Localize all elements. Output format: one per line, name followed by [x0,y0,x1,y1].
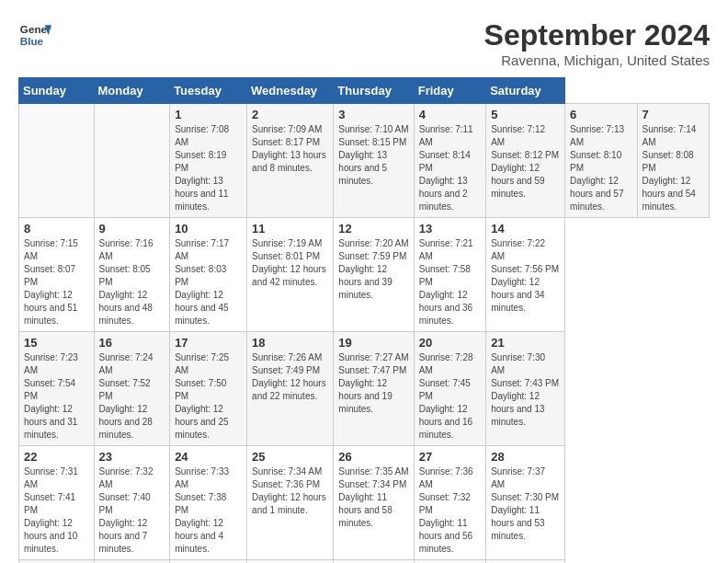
month-title: September 2024 [484,18,710,52]
calendar-cell: 25Sunrise: 7:34 AMSunset: 7:36 PMDayligh… [247,446,334,560]
day-info: Sunrise: 7:37 AMSunset: 7:30 PMDaylight:… [491,465,560,543]
day-number: 8 [24,222,89,236]
day-info: Sunrise: 7:16 AMSunset: 8:05 PMDaylight:… [99,237,165,327]
day-info: Sunrise: 7:14 AMSunset: 8:08 PMDaylight:… [643,123,705,213]
calendar-cell [414,560,485,564]
calendar-cell: 15Sunrise: 7:23 AMSunset: 7:54 PMDayligh… [19,332,95,446]
day-info: Sunrise: 7:35 AMSunset: 7:34 PMDaylight:… [338,465,408,530]
calendar-cell: 11Sunrise: 7:19 AMSunset: 8:01 PMDayligh… [247,218,334,332]
weekday-header-saturday: Saturday [486,78,565,104]
day-number: 26 [338,450,408,464]
day-number: 12 [338,222,408,236]
day-number: 16 [99,336,165,350]
calendar-cell: 28Sunrise: 7:37 AMSunset: 7:30 PMDayligh… [486,446,565,560]
calendar-cell: 14Sunrise: 7:22 AMSunset: 7:56 PMDayligh… [486,218,565,332]
day-number: 22 [24,450,89,464]
calendar-cell: 21Sunrise: 7:30 AMSunset: 7:43 PMDayligh… [486,332,565,446]
calendar-cell: 9Sunrise: 7:16 AMSunset: 8:05 PMDaylight… [94,218,170,332]
weekday-header-friday: Friday [414,78,485,104]
calendar-cell: 17Sunrise: 7:25 AMSunset: 7:50 PMDayligh… [170,332,247,446]
week-row-4: 22Sunrise: 7:31 AMSunset: 7:41 PMDayligh… [19,446,710,560]
weekday-header-wednesday: Wednesday [247,78,334,104]
day-number: 3 [338,108,408,121]
day-info: Sunrise: 7:34 AMSunset: 7:36 PMDaylight:… [252,465,328,517]
day-info: Sunrise: 7:17 AMSunset: 8:03 PMDaylight:… [175,237,242,327]
day-number: 2 [252,108,328,121]
day-info: Sunrise: 7:32 AMSunset: 7:40 PMDaylight:… [99,465,165,556]
day-number: 21 [491,336,560,350]
calendar-table: SundayMondayTuesdayWednesdayThursdayFrid… [18,77,710,563]
page-header: General Blue September 2024 Ravenna, Mic… [18,18,710,68]
day-info: Sunrise: 7:09 AMSunset: 8:17 PMDaylight:… [252,123,328,175]
calendar-cell: 16Sunrise: 7:24 AMSunset: 7:52 PMDayligh… [94,332,170,446]
weekday-header-thursday: Thursday [334,78,414,104]
calendar-cell: 18Sunrise: 7:26 AMSunset: 7:49 PMDayligh… [247,332,334,446]
calendar-cell: 24Sunrise: 7:33 AMSunset: 7:38 PMDayligh… [170,446,247,560]
day-info: Sunrise: 7:30 AMSunset: 7:43 PMDaylight:… [491,351,560,429]
day-info: Sunrise: 7:31 AMSunset: 7:41 PMDaylight:… [24,465,89,556]
calendar-cell: 13Sunrise: 7:21 AMSunset: 7:58 PMDayligh… [414,218,485,332]
day-info: Sunrise: 7:13 AMSunset: 8:10 PMDaylight:… [570,123,631,213]
day-info: Sunrise: 7:19 AMSunset: 8:01 PMDaylight:… [252,237,328,289]
day-number: 7 [643,108,705,121]
day-info: Sunrise: 7:28 AMSunset: 7:45 PMDaylight:… [419,351,481,442]
calendar-cell [170,560,247,564]
day-info: Sunrise: 7:11 AMSunset: 8:14 PMDaylight:… [419,123,481,213]
logo-icon: General Blue [18,18,51,52]
weekday-header-sunday: Sunday [19,78,95,104]
week-row-5: 29Sunrise: 7:38 AMSunset: 7:29 PMDayligh… [19,560,710,564]
calendar-cell: 3Sunrise: 7:10 AMSunset: 8:15 PMDaylight… [334,104,414,218]
day-number: 20 [419,336,481,350]
day-number: 28 [491,450,560,464]
calendar-cell: 2Sunrise: 7:09 AMSunset: 8:17 PMDaylight… [247,104,334,218]
calendar-cell: 22Sunrise: 7:31 AMSunset: 7:41 PMDayligh… [19,446,95,560]
day-info: Sunrise: 7:36 AMSunset: 7:32 PMDaylight:… [419,465,481,556]
calendar-cell: 1Sunrise: 7:08 AMSunset: 8:19 PMDaylight… [170,104,247,218]
day-number: 15 [24,336,89,350]
calendar-cell: 27Sunrise: 7:36 AMSunset: 7:32 PMDayligh… [414,446,485,560]
day-info: Sunrise: 7:23 AMSunset: 7:54 PMDaylight:… [24,351,89,442]
calendar-cell: 5Sunrise: 7:12 AMSunset: 8:12 PMDaylight… [486,104,565,218]
week-row-2: 8Sunrise: 7:15 AMSunset: 8:07 PMDaylight… [19,218,710,332]
day-number: 9 [99,222,165,236]
calendar-cell: 4Sunrise: 7:11 AMSunset: 8:14 PMDaylight… [414,104,485,218]
day-info: Sunrise: 7:25 AMSunset: 7:50 PMDaylight:… [175,351,242,442]
calendar-cell: 19Sunrise: 7:27 AMSunset: 7:47 PMDayligh… [334,332,414,446]
calendar-cell: 29Sunrise: 7:38 AMSunset: 7:29 PMDayligh… [19,560,95,564]
day-info: Sunrise: 7:10 AMSunset: 8:15 PMDaylight:… [338,123,408,188]
day-number: 25 [252,450,328,464]
svg-text:Blue: Blue [20,35,44,47]
day-number: 13 [419,222,481,236]
day-number: 14 [491,222,560,236]
weekday-header-row: SundayMondayTuesdayWednesdayThursdayFrid… [19,78,710,104]
day-info: Sunrise: 7:26 AMSunset: 7:49 PMDaylight:… [252,351,328,403]
day-number: 6 [570,108,631,121]
day-number: 10 [175,222,242,236]
calendar-cell: 7Sunrise: 7:14 AMSunset: 8:08 PMDaylight… [637,104,710,218]
calendar-cell [247,560,334,564]
week-row-3: 15Sunrise: 7:23 AMSunset: 7:54 PMDayligh… [19,332,710,446]
weekday-header-monday: Monday [94,78,170,104]
calendar-cell: 6Sunrise: 7:13 AMSunset: 8:10 PMDaylight… [565,104,637,218]
day-number: 1 [175,108,242,121]
calendar-cell: 30Sunrise: 7:40 AMSunset: 7:27 PMDayligh… [94,560,170,564]
day-number: 18 [252,336,328,350]
day-number: 19 [338,336,408,350]
weekday-header-tuesday: Tuesday [170,78,247,104]
day-number: 24 [175,450,242,464]
day-info: Sunrise: 7:22 AMSunset: 7:56 PMDaylight:… [491,237,560,315]
day-info: Sunrise: 7:20 AMSunset: 7:59 PMDaylight:… [338,237,408,302]
day-info: Sunrise: 7:24 AMSunset: 7:52 PMDaylight:… [99,351,165,442]
calendar-cell: 23Sunrise: 7:32 AMSunset: 7:40 PMDayligh… [94,446,170,560]
location-title: Ravenna, Michigan, United States [484,52,710,68]
calendar-cell [94,104,170,218]
title-area: September 2024 Ravenna, Michigan, United… [484,18,710,68]
calendar-cell [334,560,414,564]
calendar-cell: 26Sunrise: 7:35 AMSunset: 7:34 PMDayligh… [334,446,414,560]
day-info: Sunrise: 7:15 AMSunset: 8:07 PMDaylight:… [24,237,89,327]
day-number: 11 [252,222,328,236]
day-info: Sunrise: 7:08 AMSunset: 8:19 PMDaylight:… [175,123,242,213]
calendar-cell: 10Sunrise: 7:17 AMSunset: 8:03 PMDayligh… [170,218,247,332]
day-number: 23 [99,450,165,464]
day-number: 27 [419,450,481,464]
